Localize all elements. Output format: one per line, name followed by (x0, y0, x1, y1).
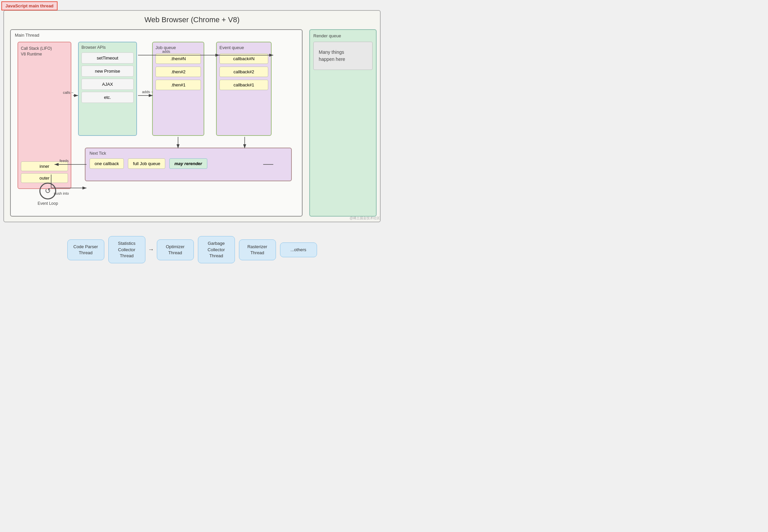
stack-item-inner: inner (21, 161, 68, 171)
callback-2: callback#2 (219, 67, 268, 77)
thread-statistics-collector: StatisticsCollectorThread (108, 236, 145, 263)
thread-code-parser: Code ParserThread (67, 239, 104, 260)
job-then-2: .then#2 (155, 67, 201, 77)
api-newPromise: new Promise (81, 66, 134, 77)
main-thread-label: Main Thread (15, 33, 39, 38)
render-queue-box: Render queue Many thingshappen here (309, 29, 377, 217)
call-stack-items: inner outer (21, 161, 68, 185)
next-tick-full-job-queue: full Job queue (128, 158, 165, 169)
event-queue-box: Event queue callback#N callback#2 callba… (216, 42, 272, 136)
web-browser-container: Web Browser (Chrome + V8) Main Thread Ca… (3, 10, 381, 222)
event-loop-arrow-icon: ↺ (45, 187, 51, 195)
call-stack-box: Call Stack (LIFO)V8 Runtime inner outer (18, 42, 71, 189)
callback-n: callback#N (219, 53, 268, 64)
next-tick-may-rerender: may rerender (169, 158, 207, 169)
api-ajax: AJAX (81, 79, 134, 90)
api-setTimeout: setTimeout (81, 52, 134, 64)
browser-apis-box: Browser APIs setTimeout new Promise AJAX… (78, 42, 137, 136)
render-queue-title: Render queue (313, 33, 373, 38)
event-loop-circle: ↺ (39, 183, 56, 199)
next-tick-items: one callback full Job queue may rerender (90, 158, 287, 169)
event-loop-label: Event Loop (31, 201, 65, 206)
call-stack-title: Call Stack (LIFO)V8 Runtime (21, 46, 68, 57)
threads-row: Code ParserThread StatisticsCollectorThr… (3, 236, 381, 263)
stack-item-outer: outer (21, 173, 68, 183)
event-queue-items: callback#N callback#2 callback#1 (219, 53, 268, 90)
arrow-to-optimizer: → (148, 246, 154, 253)
main-thread-container: Main Thread Call Stack (LIFO)V8 Runtime … (10, 29, 303, 217)
render-queue-inner: Many thingshappen here (313, 42, 373, 70)
next-tick-title: Next Tick (90, 151, 287, 156)
job-then-n: .then#N (155, 53, 201, 64)
js-main-thread-label: JavaScript main thread (1, 1, 58, 10)
watermark: @稀土掘金技术社区 (350, 216, 380, 221)
job-queue-items: .then#N .then#2 .then#1 (155, 53, 201, 90)
job-then-1: .then#1 (155, 80, 201, 90)
job-queue-box: Job queue .then#N .then#2 .then#1 (152, 42, 204, 136)
api-etc: etc. (81, 92, 134, 103)
next-tick-box: Next Tick one callback full Job queue ma… (85, 148, 292, 181)
thread-others: ...others (280, 242, 317, 257)
event-queue-title: Event queue (219, 45, 268, 50)
thread-optimizer: OptimizerThread (157, 239, 194, 260)
job-queue-title: Job queue (155, 45, 201, 50)
thread-rasterizer: RasterizerThread (239, 239, 276, 260)
event-loop-area: ↺ Event Loop (31, 183, 65, 206)
thread-garbage-collector: GarbageCollectorThread (198, 236, 235, 263)
callback-1: callback#1 (219, 80, 268, 90)
browser-apis-title: Browser APIs (81, 45, 134, 50)
web-browser-title: Web Browser (Chrome + V8) (4, 11, 380, 24)
next-tick-one-callback: one callback (90, 158, 124, 169)
